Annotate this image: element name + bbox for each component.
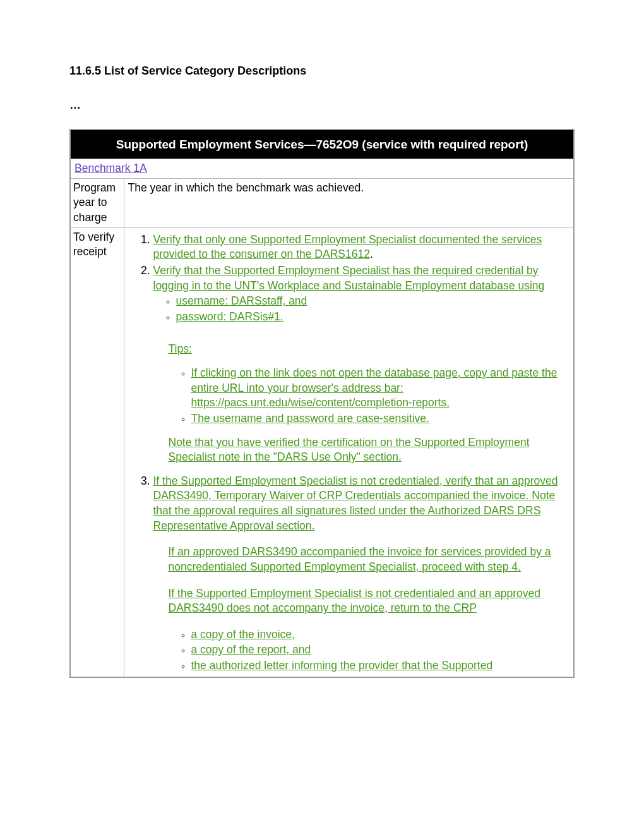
after3-sub-a-tail: , (292, 628, 295, 641)
after3-para-1-text: If an approved DARS3490 accompanied the … (169, 545, 551, 573)
verify-item-2-sub-b-text: password: DARSis#1. (176, 310, 283, 323)
verify-item-3-text: If the Supported Employment Specialist i… (153, 474, 558, 532)
verify-item-2-sub-b: password: DARSis#1. (176, 310, 570, 325)
program-year-value: The year in which the benchmark was achi… (124, 178, 574, 227)
after3-sub-b: a copy of the report, and (191, 643, 570, 658)
verify-item-1-tail: . (370, 248, 373, 260)
benchmark-link[interactable]: Benchmark 1A (75, 162, 147, 174)
tips-heading-text: Tips: (169, 342, 192, 355)
verify-item-3: If the Supported Employment Specialist i… (153, 474, 570, 674)
tips-sub-b-text: The username and password are case-sensi… (191, 412, 429, 425)
verify-item-1: Verify that only one Supported Employmen… (153, 233, 570, 262)
tips-sub-a-url: https://pacs.unt.edu/wise/content/comple… (191, 396, 450, 409)
section-heading: 11.6.5 List of Service Category Descript… (69, 63, 575, 78)
program-year-label: Program year to charge (70, 178, 124, 227)
tips-heading: Tips: (169, 342, 570, 357)
after3-sublist: a copy of the invoice, a copy of the rep… (169, 627, 570, 674)
after3-sub-c-text: the authorized letter informing the prov… (191, 659, 493, 672)
verify-item-1-text: Verify that only one Supported Employmen… (153, 233, 542, 261)
service-table: Supported Employment Services—7652O9 (se… (69, 129, 575, 678)
verify-receipt-value: Verify that only one Supported Employmen… (124, 227, 574, 677)
table-header: Supported Employment Services—7652O9 (se… (70, 130, 574, 159)
after3-para-1: If an approved DARS3490 accompanied the … (169, 545, 570, 574)
after3-sub-c: the authorized letter informing the prov… (191, 658, 570, 674)
after3-sub-a: a copy of the invoice, (191, 627, 570, 643)
section-ellipsis: … (69, 97, 575, 112)
verify-item-2: Verify that the Supported Employment Spe… (153, 263, 570, 465)
verify-item-2-text: Verify that the Supported Employment Spe… (153, 264, 545, 292)
tips-sub-a: If clicking on the link does not open th… (191, 366, 570, 411)
after3-sub-a-text: a copy of the invoice (191, 628, 292, 641)
verify-item-2-sub-a: username: DARSstaff, and (176, 294, 570, 309)
verify-note: Note that you have verified the certific… (169, 435, 570, 465)
after3-para-2-text: If the Supported Employment Specialist i… (169, 587, 541, 615)
benchmark-row: Benchmark 1A (70, 159, 574, 179)
after3-sub-b-text: a copy of the report, and (191, 643, 311, 656)
tips-sublist: If clicking on the link does not open th… (169, 366, 570, 426)
after3-para-2: If the Supported Employment Specialist i… (169, 586, 570, 616)
verify-receipt-label: To verify receipt (70, 227, 124, 677)
verify-note-text: Note that you have verified the certific… (169, 436, 530, 464)
tips-sub-b: The username and password are case-sensi… (191, 411, 570, 426)
verify-item-2-sublist: username: DARSstaff, and password: DARSi… (153, 294, 570, 324)
verify-item-2-sub-a-text: username: DARSstaff, and (176, 294, 307, 307)
tips-sub-a-pre: If clicking on the link does not open th… (191, 366, 558, 394)
verify-list: Verify that only one Supported Employmen… (128, 233, 570, 674)
